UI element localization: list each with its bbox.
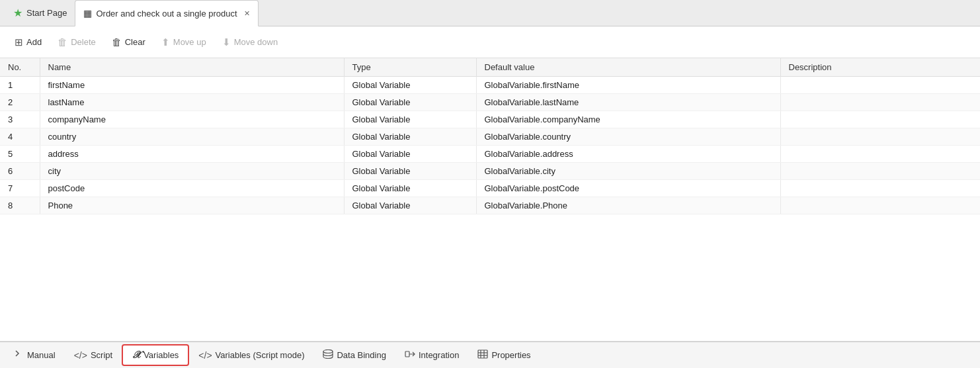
tab-test-case[interactable]: ▦ Order and check out a single product ✕: [75, 0, 258, 26]
script-icon: </>: [74, 350, 87, 361]
table-row[interactable]: 6 city Global Variable GlobalVariable.ci…: [0, 163, 980, 180]
clear-label: Clear: [125, 37, 145, 47]
cell-no: 1: [0, 77, 40, 94]
main-content: ⊞ Add 🗑 Delete 🗑 Clear ⬆ Move up ⬇ Move …: [0, 26, 980, 368]
tab-variables[interactable]: 𝒳 Variables: [122, 344, 189, 366]
tab-variables-script[interactable]: </> Variables (Script mode): [189, 346, 313, 365]
manual-icon: [15, 349, 24, 361]
svg-rect-1: [405, 351, 409, 357]
tab-integration[interactable]: Integration: [395, 345, 468, 365]
cell-description: [780, 94, 980, 111]
table-row[interactable]: 8 Phone Global Variable GlobalVariable.P…: [0, 197, 980, 214]
tab-data-binding-label: Data Binding: [337, 350, 386, 360]
cell-no: 4: [0, 128, 40, 146]
clear-button[interactable]: 🗑 Clear: [105, 34, 152, 50]
tab-script[interactable]: </> Script: [65, 346, 122, 365]
cell-type: Global Variable: [344, 94, 476, 111]
table-row[interactable]: 7 postCode Global Variable GlobalVariabl…: [0, 180, 980, 197]
tab-manual[interactable]: Manual: [5, 345, 65, 365]
table-row[interactable]: 1 firstName Global Variable GlobalVariab…: [0, 77, 980, 94]
tab-start-page[interactable]: ★ Start Page: [5, 0, 75, 26]
cell-no: 8: [0, 197, 40, 214]
move-up-label: Move up: [173, 37, 206, 47]
cell-no: 6: [0, 163, 40, 180]
delete-icon: 🗑: [58, 36, 67, 48]
cell-description: [780, 77, 980, 94]
tab-variables-label: Variables: [143, 350, 179, 360]
tab-data-binding[interactable]: Data Binding: [313, 345, 395, 365]
table-row[interactable]: 4 country Global Variable GlobalVariable…: [0, 128, 980, 146]
cell-default: GlobalVariable.city: [476, 163, 780, 180]
tab-test-case-label: Order and check out a single product: [96, 9, 237, 19]
col-header-default: Default value: [476, 58, 780, 77]
cell-name: country: [40, 128, 344, 146]
tab-manual-label: Manual: [27, 350, 56, 360]
cell-default: GlobalVariable.companyName: [476, 111, 780, 128]
cell-name: address: [40, 146, 344, 163]
move-down-button[interactable]: ⬇ Move down: [216, 34, 284, 51]
cell-default: GlobalVariable.lastName: [476, 94, 780, 111]
test-case-icon: ▦: [83, 8, 92, 19]
cell-no: 3: [0, 111, 40, 128]
col-header-type: Type: [344, 58, 476, 77]
variables-icon: 𝒳: [132, 349, 140, 361]
cell-description: [780, 111, 980, 128]
tab-start-page-label: Start Page: [26, 8, 67, 18]
table-row[interactable]: 2 lastName Global Variable GlobalVariabl…: [0, 94, 980, 111]
content-area: ⊞ Add 🗑 Delete 🗑 Clear ⬆ Move up ⬇ Move …: [0, 26, 980, 342]
cell-default: GlobalVariable.Phone: [476, 197, 780, 214]
move-up-button[interactable]: ⬆ Move up: [155, 34, 213, 51]
cell-type: Global Variable: [344, 180, 476, 197]
tab-properties[interactable]: Properties: [468, 345, 540, 365]
col-header-description: Description: [780, 58, 980, 77]
move-down-icon: ⬇: [222, 36, 231, 48]
properties-icon: [477, 349, 488, 361]
cell-default: GlobalVariable.postCode: [476, 180, 780, 197]
cell-description: [780, 128, 980, 146]
tab-variables-script-label: Variables (Script mode): [216, 350, 305, 360]
table-row[interactable]: 3 companyName Global Variable GlobalVari…: [0, 111, 980, 128]
cell-type: Global Variable: [344, 163, 476, 180]
cell-description: [780, 146, 980, 163]
cell-default: GlobalVariable.country: [476, 128, 780, 146]
star-icon: ★: [13, 7, 22, 19]
table-header-row: No. Name Type Default value Description: [0, 58, 980, 77]
variables-table-container: No. Name Type Default value Description …: [0, 58, 980, 342]
tab-script-label: Script: [91, 350, 112, 360]
tab-close-button[interactable]: ✕: [244, 9, 250, 18]
cell-no: 5: [0, 146, 40, 163]
cell-name: lastName: [40, 94, 344, 111]
cell-name: companyName: [40, 111, 344, 128]
cell-name: firstName: [40, 77, 344, 94]
cell-type: Global Variable: [344, 197, 476, 214]
cell-name: postCode: [40, 180, 344, 197]
add-label: Add: [26, 37, 42, 47]
move-up-icon: ⬆: [161, 36, 170, 48]
tab-integration-label: Integration: [419, 350, 459, 360]
cell-name: city: [40, 163, 344, 180]
cell-description: [780, 180, 980, 197]
bottom-tab-bar: Manual </> Script 𝒳 Variables </> Variab…: [0, 342, 980, 368]
cell-description: [780, 163, 980, 180]
integration-icon: [405, 349, 415, 361]
data-binding-icon: [323, 349, 333, 361]
add-icon: ⊞: [15, 36, 23, 48]
delete-label: Delete: [71, 37, 96, 47]
svg-rect-2: [478, 350, 487, 358]
tab-properties-label: Properties: [491, 350, 530, 360]
table-row[interactable]: 5 address Global Variable GlobalVariable…: [0, 146, 980, 163]
move-down-label: Move down: [234, 37, 278, 47]
toolbar: ⊞ Add 🗑 Delete 🗑 Clear ⬆ Move up ⬇ Move …: [0, 26, 980, 58]
cell-default: GlobalVariable.address: [476, 146, 780, 163]
clear-icon: 🗑: [112, 36, 122, 48]
cell-default: GlobalVariable.firstName: [476, 77, 780, 94]
cell-no: 7: [0, 180, 40, 197]
add-button[interactable]: ⊞ Add: [8, 34, 48, 51]
svg-point-0: [323, 350, 333, 353]
cell-type: Global Variable: [344, 111, 476, 128]
cell-no: 2: [0, 94, 40, 111]
cell-description: [780, 197, 980, 214]
cell-name: Phone: [40, 197, 344, 214]
delete-button[interactable]: 🗑 Delete: [51, 34, 102, 50]
cell-type: Global Variable: [344, 128, 476, 146]
